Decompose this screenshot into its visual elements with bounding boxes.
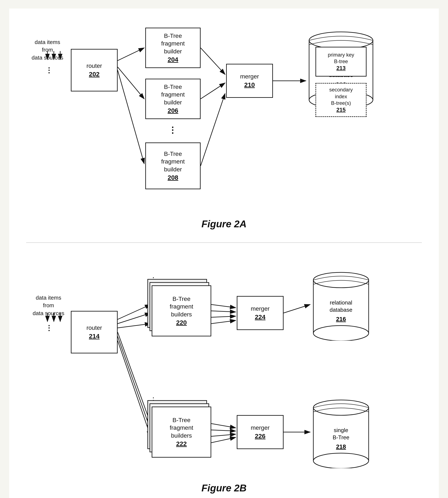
svg-text:single: single [334, 427, 348, 433]
builder-206: B-Tree fragment builder 206 [145, 79, 201, 119]
merger-224: merger 224 [237, 296, 284, 330]
dots-2b-data: ⋮ [45, 324, 52, 332]
router-202: router 202 [71, 49, 118, 92]
svg-point-25 [313, 453, 369, 468]
svg-line-45 [211, 434, 236, 436]
database-218: single B-Tree 218 [311, 396, 371, 468]
dots-2a-builders: ⋮ [168, 125, 177, 135]
dots-2a-data: ⋮ [45, 66, 52, 74]
divider [26, 242, 422, 243]
builder-204: B-Tree fragment builder 204 [145, 28, 201, 68]
cylinder-svg-216: relational database 216 [311, 268, 371, 341]
svg-line-35 [118, 324, 151, 328]
fig2b-title: Figure 2B [26, 482, 422, 494]
svg-text:216: 216 [336, 316, 346, 322]
builder-208: B-Tree fragment builder 208 [145, 142, 201, 189]
svg-line-33 [118, 305, 151, 319]
figure-2a: data items fromdata sources ⋮ router 202… [26, 21, 422, 230]
figure-container: data items fromdata sources ⋮ router 202… [9, 9, 439, 498]
svg-line-44 [211, 430, 236, 431]
svg-text:B-Tree: B-Tree [333, 434, 350, 441]
svg-text:218: 218 [336, 443, 346, 450]
svg-line-47 [284, 305, 310, 313]
figure-2b: data items fromdata sources ⋮ router 214… [26, 251, 422, 494]
fig2a-title: Figure 2A [26, 218, 422, 230]
secondary-index-215: secondaryindexB-tree(s) 215 [316, 83, 367, 117]
svg-line-43 [211, 424, 236, 428]
svg-line-39 [211, 305, 236, 308]
svg-text:database: database [330, 307, 352, 313]
svg-line-46 [211, 437, 236, 443]
svg-line-11 [118, 67, 144, 99]
svg-line-37 [118, 336, 151, 430]
cylinder-svg-218: single B-Tree 218 [311, 396, 371, 468]
svg-line-14 [201, 83, 225, 99]
svg-point-18 [313, 272, 369, 288]
svg-line-13 [201, 48, 225, 74]
svg-line-36 [118, 332, 151, 424]
svg-text:relational: relational [330, 299, 352, 306]
merger-226: merger 226 [237, 415, 284, 449]
data-items-label-2a: data items fromdata sources [31, 38, 64, 62]
merger-210: merger 210 [226, 64, 273, 98]
svg-line-34 [118, 313, 151, 324]
svg-line-42 [211, 320, 236, 324]
svg-line-12 [118, 70, 144, 164]
router-214: router 214 [71, 311, 118, 353]
builder-222: B-Tree fragment builders 222 [152, 406, 211, 458]
database-216: relational database 216 [311, 268, 371, 341]
svg-point-24 [313, 400, 369, 415]
svg-line-38 [118, 341, 151, 436]
builder-220: B-Tree fragment builders 220 [152, 285, 211, 336]
svg-line-15 [201, 93, 225, 166]
data-items-label-2b: data items fromdata sources [31, 294, 66, 317]
svg-line-41 [211, 316, 236, 317]
primary-key-213: primary keyB-tree 213 [316, 47, 367, 77]
svg-line-10 [118, 48, 144, 61]
svg-point-19 [313, 326, 369, 341]
svg-line-40 [211, 311, 236, 312]
